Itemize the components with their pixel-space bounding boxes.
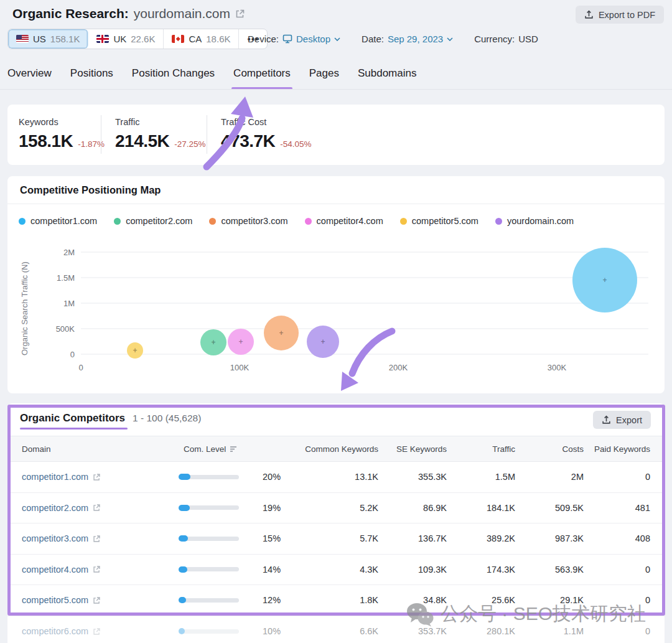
report-nav-tabs: Overview Positions Position Changes Comp… [7,67,416,88]
com-level-bar-cell [169,492,244,523]
country-tab-us[interactable]: US 158.1K [8,29,88,49]
device-label: Device: [248,34,279,44]
legend-label: competitor5.com [412,216,478,226]
external-link-icon[interactable] [93,596,101,604]
common-keywords-cell[interactable]: 5.7K [279,523,378,555]
costs-cell: 987.3K [515,523,584,555]
legend-item[interactable]: competitor3.com [209,216,287,226]
domain-link[interactable]: competitor1.com [22,472,101,482]
col-se-keywords[interactable]: SE Keywords [378,436,447,462]
paid-keywords-cell: 0 [584,554,665,585]
table-row: competitor3.com15%5.7K136.7K389.2K987.3K… [7,523,665,555]
col-domain[interactable]: Domain [7,436,169,462]
svg-text:2M: 2M [63,248,75,257]
watermark-text: 公众号 · SEO技术研究社 [441,601,646,627]
tab-competitors[interactable]: Competitors [233,67,291,88]
domain-link[interactable]: competitor4.com [22,565,101,575]
divider [101,115,101,154]
legend-item[interactable]: yourdomain.com [495,216,574,226]
com-level-bar [179,629,239,634]
col-paid-keywords[interactable]: Paid Keywords [584,436,665,462]
export-table-label: Export [616,415,642,425]
bubble-marker: + [238,337,243,346]
tab-pages[interactable]: Pages [309,67,339,88]
external-link-icon[interactable] [93,627,101,636]
se-keywords-cell[interactable]: 136.7K [378,523,447,555]
external-link-icon[interactable] [93,473,101,481]
y-axis-ticks: 2M 1.5M 1M 500K 0 [56,248,75,359]
se-keywords-cell[interactable]: 86.9K [378,492,447,523]
stat-label: Traffic [115,117,206,127]
col-com-level[interactable]: Com. Level [169,436,279,462]
country-tab-uk[interactable]: UK 22.6K [88,29,164,49]
domain-cell: competitor6.com [7,616,169,643]
com-level-bar [179,598,239,603]
paid-keywords-cell[interactable]: 408 [584,523,665,555]
com-level-bar-cell [169,616,244,643]
se-keywords-cell[interactable]: 355.3K [378,462,447,493]
domain-link[interactable]: competitor6.com [22,626,101,636]
export-table-button[interactable]: Export [593,411,651,429]
divider [207,115,207,154]
table-range: 1 - 100 (45,628) [133,413,201,424]
legend-dot [19,218,26,225]
watermark: 公众号 · SEO技术研究社 [406,601,646,627]
common-keywords-cell[interactable]: 5.2K [279,492,378,523]
common-keywords-cell[interactable]: 6.6K [279,616,378,643]
domain-link[interactable]: competitor2.com [22,503,101,513]
com-level-percent: 14% [244,554,279,585]
external-link-icon[interactable] [93,504,101,512]
divider [7,204,665,204]
domain-link[interactable]: competitor3.com [22,533,101,543]
legend-item[interactable]: competitor2.com [114,216,192,226]
tab-positions[interactable]: Positions [70,67,113,88]
se-keywords-cell[interactable]: 109.3K [378,554,447,585]
export-to-pdf-button[interactable]: Export to PDF [576,6,664,24]
legend-item[interactable]: competitor4.com [305,216,383,226]
svg-text:0: 0 [70,350,75,359]
common-keywords-cell[interactable]: 4.3K [279,554,378,585]
traffic-cell: 1.5M [447,462,515,493]
tab-subdomains[interactable]: Subdomains [358,67,417,88]
chevron-down-icon [447,37,453,41]
com-level-bar [179,537,239,541]
table-title: Organic Competitors [20,412,125,429]
country-tab-ca[interactable]: CA 18.6K [164,29,239,49]
external-link-icon[interactable] [93,535,101,543]
external-link-icon[interactable] [93,565,101,573]
com-level-percent: 19% [244,492,279,523]
monitor-icon [282,34,292,44]
bubble-chart: 2M 1.5M 1M 500K 0 0 100K 200K 300K Organ… [19,245,653,378]
domain-cell: competitor4.com [7,554,169,585]
paid-keywords-cell[interactable]: 481 [584,492,665,523]
com-level-percent: 20% [244,462,279,493]
tab-overview[interactable]: Overview [7,67,52,88]
domain-cell: competitor3.com [7,523,169,555]
chevron-down-icon [334,37,340,41]
legend-item[interactable]: competitor5.com [400,216,478,226]
tab-position-changes[interactable]: Position Changes [132,67,215,88]
device-filter[interactable]: Device: Desktop [248,34,340,44]
legend-item[interactable]: competitor1.com [19,216,97,226]
col-costs[interactable]: Costs [515,436,584,462]
x-axis-ticks: 0 100K 200K 300K [78,363,566,372]
common-keywords-cell[interactable]: 13.1K [279,462,378,493]
bubble-marker: + [279,329,283,337]
date-filter[interactable]: Date: Sep 29, 2023 [362,34,453,44]
legend-dot [114,218,121,225]
currency-value: USD [518,34,538,44]
svg-text:200K: 200K [389,363,408,372]
common-keywords-cell[interactable]: 1.8K [279,585,378,616]
col-traffic[interactable]: Traffic [447,436,515,462]
external-link-icon[interactable] [235,9,245,19]
country-code: CA [189,34,202,44]
stat-delta: -27.25% [174,139,205,149]
costs-cell: 2M [515,462,584,493]
country-tabs: US 158.1K UK 22.6K CA 18.6K ••• [7,29,268,49]
stat-label: Keywords [19,117,105,127]
svg-text:100K: 100K [230,363,250,372]
domain-link[interactable]: competitor5.com [22,595,101,605]
svg-text:1M: 1M [63,299,75,308]
device-value: Desktop [296,34,330,44]
col-common-keywords[interactable]: Common Keywords [279,436,378,462]
